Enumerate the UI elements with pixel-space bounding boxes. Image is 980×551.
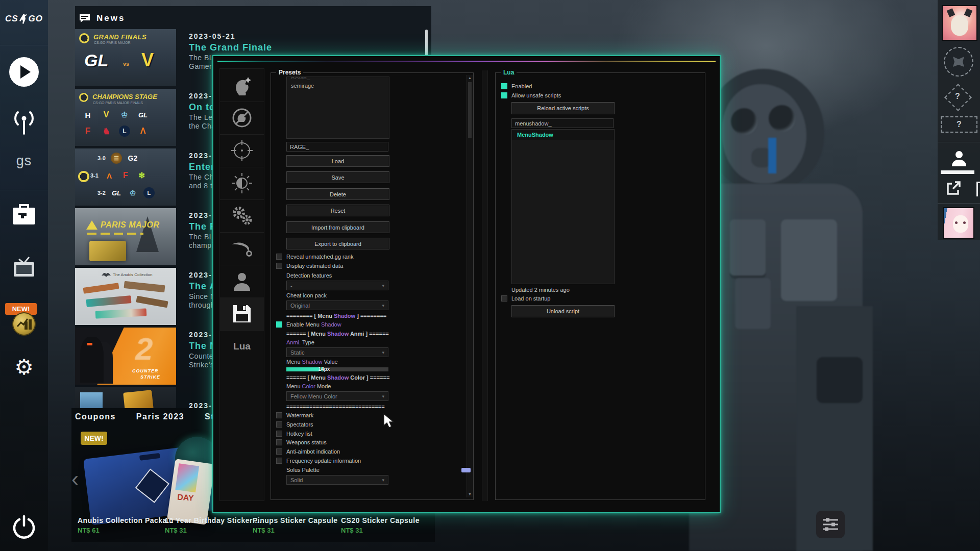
preset-list-item[interactable]: semirage (287, 81, 389, 90)
settings-button[interactable]: ⚙ (0, 355, 48, 380)
checkbox[interactable] (276, 439, 282, 445)
tab-lua[interactable]: Lua (220, 330, 264, 363)
tab-antiaim[interactable] (220, 102, 264, 135)
checkbox[interactable] (276, 448, 282, 455)
tab-visuals[interactable] (220, 134, 264, 167)
presets-scrollbar[interactable]: ▲ ▼ (467, 75, 473, 497)
checkbox-row[interactable]: Hotkey list (276, 431, 312, 437)
anubis-emblem (135, 469, 169, 503)
inventory-button[interactable] (11, 203, 37, 229)
audio-mixer-button[interactable] (816, 511, 845, 538)
tab-skins[interactable] (220, 232, 264, 265)
checkbox-row[interactable]: Display estimated data (276, 263, 343, 269)
avatar-eye (963, 221, 966, 224)
delete-button[interactable]: Delete (286, 188, 389, 200)
match-score: 3-1 (90, 172, 99, 179)
news-thumbnail[interactable]: CHAMPIONS STAGE CS:GO PARIS MAJOR FINALS… (75, 89, 176, 146)
detection-features-dropdown[interactable]: - ▾ (286, 281, 388, 290)
tab-coupons[interactable]: Coupons (75, 412, 116, 421)
news-thumbnail[interactable]: The Anubis Collection (75, 268, 176, 325)
import-clipboard-button[interactable]: Import from clipboard (286, 221, 389, 233)
news-thumbnail[interactable]: PARIS MAJOR (75, 208, 176, 265)
profile-button[interactable] (950, 149, 968, 169)
scrollbar-thumb[interactable] (468, 82, 472, 138)
cheat-icon-pack-dropdown[interactable]: Original ▾ (286, 300, 388, 310)
tab-misc[interactable] (220, 199, 264, 233)
store-item-price: NT$ 31 (341, 527, 363, 534)
checkbox[interactable] (276, 263, 282, 269)
checkbox-label: Enabled (511, 83, 532, 89)
tab-paris-2023[interactable]: Paris 2023 (136, 412, 184, 421)
scroll-down-icon[interactable]: ▼ (467, 491, 473, 497)
tab-config[interactable] (220, 297, 264, 331)
anmi-type-dropdown[interactable]: Static ▾ (286, 347, 388, 357)
checkbox-row[interactable]: Weapons status (276, 439, 327, 445)
news-thumbnail[interactable]: 2 COUNTER STRIKE (75, 328, 176, 385)
script-list-item-selected[interactable]: MenuShadow (512, 130, 614, 140)
tab-rage[interactable] (220, 69, 264, 102)
team-logo-row: F ♞ L Λ (82, 126, 149, 137)
banner-slot[interactable]: ? (941, 116, 977, 133)
checkbox[interactable] (276, 431, 282, 437)
checkbox-row[interactable]: Spectators (276, 421, 313, 428)
checkbox-row[interactable]: Load on startup (501, 295, 550, 302)
play-button[interactable] (9, 57, 39, 87)
open-external-button[interactable] (945, 180, 962, 199)
paris-coin-button[interactable] (12, 312, 36, 336)
team-logo-gl: GL (137, 109, 149, 120)
avatar-eye (955, 221, 958, 224)
tab-players[interactable] (220, 265, 264, 298)
menu-color-mode-dropdown[interactable]: Fellow Menu Color ▾ (286, 391, 388, 401)
load-button[interactable]: Load (286, 155, 389, 167)
checkbox[interactable] (276, 458, 282, 464)
panel-divider-scroll-track[interactable] (482, 70, 488, 501)
news-thumbnail[interactable] (75, 387, 176, 408)
checkbox[interactable] (501, 295, 507, 302)
major-badge-icon (79, 33, 89, 43)
reset-button[interactable]: Reset (286, 205, 389, 216)
checkbox[interactable] (276, 254, 282, 260)
checkbox-checked[interactable] (276, 321, 282, 328)
checkbox-row[interactable]: Anti-aimbot indication (276, 448, 340, 455)
medal-slot[interactable]: ? (946, 86, 969, 108)
store-item-name: CS20 Sticker Capsule (341, 516, 420, 524)
scroll-up-icon[interactable]: ▲ (467, 75, 473, 81)
checkbox-checked[interactable] (501, 83, 507, 89)
rank-slot[interactable] (944, 47, 973, 77)
broadcast-button[interactable] (11, 107, 37, 140)
unload-script-button[interactable]: Unload script (511, 305, 615, 317)
watch-button[interactable] (11, 254, 37, 281)
checkbox-row[interactable]: Watermark (276, 412, 313, 418)
checkbox[interactable] (276, 412, 282, 418)
carousel-prev-button[interactable]: ‹ (71, 468, 79, 490)
preset-name-input[interactable] (286, 142, 388, 152)
checkbox-row[interactable]: Enable Menu Shadow (276, 321, 341, 328)
player-avatar[interactable] (942, 5, 977, 41)
tab-world[interactable] (220, 167, 264, 200)
news-thumbnail[interactable]: GRAND FINALS CS:GO PARIS MAJOR GL vs V (75, 29, 176, 86)
question-mark: ? (946, 92, 969, 101)
export-clipboard-button[interactable]: Export to clipboard (286, 238, 389, 249)
checkbox-checked[interactable] (501, 92, 507, 98)
checkbox[interactable] (276, 421, 282, 428)
csgo-logo[interactable]: CS GO (0, 13, 48, 24)
script-search-input[interactable] (511, 118, 614, 128)
quit-button[interactable] (12, 514, 36, 541)
solus-palette-dropdown[interactable]: Solid ▾ (286, 475, 388, 485)
soldier-mask-lens (731, 108, 757, 135)
reload-scripts-button[interactable]: Reload active scripts (511, 102, 615, 114)
news-thumbnail[interactable]: 3-0 ☰ G2 3-1 Λ F ❇ 3-2 GL ♔ L (75, 148, 176, 206)
solus-color-swatch[interactable] (461, 468, 471, 472)
save-button[interactable]: Save (286, 171, 389, 183)
preset-list-item-faded[interactable]: RAGE_ (287, 77, 389, 81)
cheat-menu-window[interactable]: Lua Presets ▲ ▼ RAGE_ semirage Load Save… (212, 55, 721, 513)
checkbox-row[interactable]: Frequency update information (276, 458, 361, 464)
checkbox-row[interactable]: Allow unsafe scripts (501, 92, 561, 98)
checkbox-row[interactable]: Enabled (501, 83, 532, 89)
preset-listbox[interactable]: RAGE_ semirage (286, 77, 389, 139)
menu-shadow-value-slider[interactable]: 14px (286, 367, 388, 371)
checkbox-row[interactable]: Reveal unmatched.gg rank (276, 254, 353, 260)
script-listbox[interactable]: MenuShadow (511, 129, 615, 284)
gamersclub-button[interactable]: gs (0, 153, 48, 169)
player-avatar[interactable] (943, 207, 974, 239)
